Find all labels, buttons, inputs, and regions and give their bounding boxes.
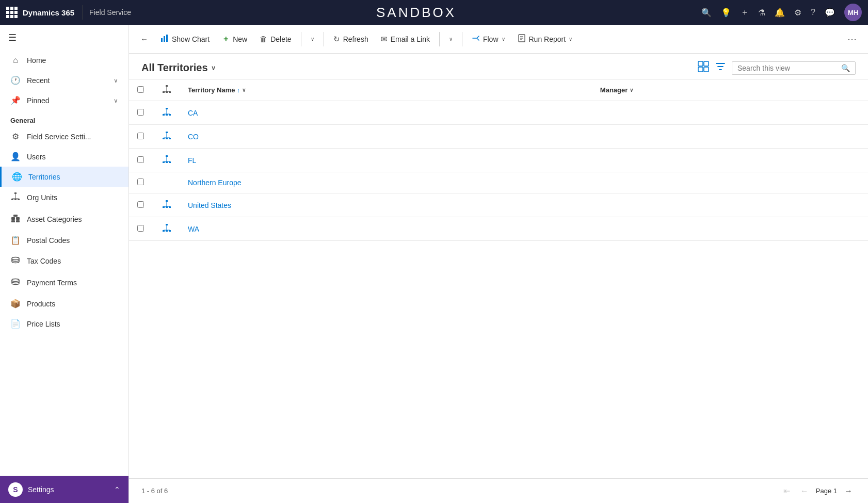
org-units-icon xyxy=(10,192,21,203)
email-link-button[interactable]: ✉ Email a Link xyxy=(376,31,435,47)
row-checkbox[interactable] xyxy=(137,156,144,163)
territory-name-link[interactable]: Northern Europe xyxy=(188,179,242,187)
sidebar-item-price-lists[interactable]: 📄 Price Lists xyxy=(0,314,128,334)
settings-icon[interactable]: ⚙ xyxy=(794,8,801,18)
row-icon-cell xyxy=(154,101,180,125)
sidebar-item-asset-categories[interactable]: Asset Categories xyxy=(0,208,128,230)
add-icon[interactable]: ＋ xyxy=(741,7,749,18)
col-territory-name[interactable]: Territory Name ↑ ∨ xyxy=(180,79,592,101)
refresh-button[interactable]: ↻ Refresh xyxy=(328,31,374,47)
table-row: WA xyxy=(129,217,868,241)
col-territory-chevron[interactable]: ∨ xyxy=(242,87,246,93)
user-avatar[interactable]: MH xyxy=(844,4,862,21)
territory-tree-icon xyxy=(162,157,171,166)
view-title-chevron: ∨ xyxy=(211,64,216,72)
row-territory-name: FL xyxy=(180,149,592,172)
more-options-button[interactable]: ⋯ xyxy=(842,30,862,48)
toolbar-divider-3 xyxy=(439,32,440,46)
back-icon: ← xyxy=(140,35,148,43)
territory-name-link[interactable]: CA xyxy=(188,109,198,117)
postal-codes-icon: 📋 xyxy=(10,235,21,245)
col-manager-chevron[interactable]: ∨ xyxy=(630,87,633,93)
sidebar-item-home[interactable]: ⌂ Home xyxy=(0,51,128,70)
flow-button[interactable]: Flow ∨ xyxy=(467,31,510,47)
sidebar-item-payment-terms[interactable]: Payment Terms xyxy=(0,272,128,294)
view-header-actions: 🔍 xyxy=(698,61,856,75)
icon-col-header xyxy=(154,79,180,101)
toolbar-divider-4 xyxy=(462,32,462,46)
expand-button-2[interactable]: ∨ xyxy=(444,33,458,45)
search-box[interactable]: 🔍 xyxy=(732,61,856,75)
flow-icon xyxy=(472,34,480,44)
territory-name-link[interactable]: WA xyxy=(188,225,199,233)
col-manager[interactable]: Manager ∨ xyxy=(592,79,868,101)
prev-page-button[interactable]: ← xyxy=(797,484,812,498)
view-title[interactable]: All Territories ∨ xyxy=(141,62,216,74)
new-button[interactable]: ＋ New xyxy=(217,31,252,47)
territory-name-link[interactable]: United States xyxy=(188,201,231,209)
row-icon-cell xyxy=(154,193,180,217)
refresh-label: Refresh xyxy=(343,35,368,43)
row-checkbox[interactable] xyxy=(137,225,144,232)
sidebar-item-field-service-settings[interactable]: ⚙ Field Service Setti... xyxy=(0,126,128,147)
search-input[interactable] xyxy=(737,64,837,72)
sidebar-section-general: General xyxy=(0,110,128,126)
sidebar-item-products[interactable]: 📦 Products xyxy=(0,294,128,314)
row-checkbox[interactable] xyxy=(137,201,144,208)
svg-rect-13 xyxy=(161,38,163,42)
select-all-header[interactable] xyxy=(129,79,154,101)
row-territory-name: CO xyxy=(180,125,592,149)
run-report-button[interactable]: Run Report ∨ xyxy=(512,31,578,47)
view-toggle-icon[interactable] xyxy=(698,61,709,75)
lightbulb-icon[interactable]: 💡 xyxy=(721,8,731,18)
first-page-button[interactable]: ⇤ xyxy=(780,484,793,498)
delete-button[interactable]: 🗑 Delete xyxy=(254,31,296,46)
show-chart-button[interactable]: Show Chart xyxy=(155,31,215,47)
table-row: United States xyxy=(129,193,868,217)
territory-name-link[interactable]: FL xyxy=(188,156,196,165)
sidebar-item-recent[interactable]: 🕐 Recent ∨ xyxy=(0,70,128,90)
expand-button[interactable]: ∨ xyxy=(306,33,319,45)
view-filter-icon[interactable] xyxy=(715,61,726,74)
svg-rect-9 xyxy=(16,220,20,222)
sidebar-item-fss-label: Field Service Setti... xyxy=(27,133,91,141)
delete-icon: 🗑 xyxy=(260,35,267,43)
chat-icon[interactable]: 💬 xyxy=(825,8,835,18)
territory-name-link[interactable]: CO xyxy=(188,133,199,141)
search-icon[interactable]: 🔍 xyxy=(701,8,712,18)
row-checkbox[interactable] xyxy=(137,179,144,185)
sidebar-hamburger[interactable]: ☰ xyxy=(0,25,128,51)
col-territory-name-label: Territory Name xyxy=(188,86,235,94)
search-box-icon[interactable]: 🔍 xyxy=(841,64,850,72)
sidebar-item-home-label: Home xyxy=(27,56,46,64)
app-grid-menu[interactable] xyxy=(6,7,18,18)
pinned-chevron: ∨ xyxy=(114,97,118,104)
brand-name: Dynamics 365 xyxy=(23,8,74,17)
users-icon: 👤 xyxy=(10,152,21,161)
flow-label: Flow xyxy=(483,35,499,43)
svg-rect-36 xyxy=(166,132,168,133)
back-button[interactable]: ← xyxy=(135,31,153,46)
row-checkbox[interactable] xyxy=(137,109,144,116)
payment-terms-icon xyxy=(10,277,21,288)
row-manager xyxy=(592,125,868,149)
row-manager xyxy=(592,172,868,193)
filter-icon[interactable]: ⚗ xyxy=(758,8,765,18)
sidebar-footer-settings[interactable]: S Settings ⌃ xyxy=(0,476,128,503)
sidebar-item-postal-codes[interactable]: 📋 Postal Codes xyxy=(0,230,128,250)
sidebar-item-users[interactable]: 👤 Users xyxy=(0,147,128,167)
table-row: CA xyxy=(129,101,868,125)
help-icon[interactable]: ? xyxy=(811,8,815,17)
row-icon-cell xyxy=(154,217,180,241)
territories-icon: 🌐 xyxy=(12,172,22,182)
bell-icon[interactable]: 🔔 xyxy=(775,8,785,18)
sidebar-item-tax-codes[interactable]: Tax Codes xyxy=(0,250,128,272)
row-checkbox[interactable] xyxy=(137,133,144,139)
next-page-button[interactable]: → xyxy=(841,484,856,498)
sidebar-item-territories[interactable]: 🌐 Territories xyxy=(0,167,128,187)
show-chart-label: Show Chart xyxy=(172,35,210,43)
pin-icon: 📌 xyxy=(10,95,21,105)
sidebar-item-pinned[interactable]: 📌 Pinned ∨ xyxy=(0,90,128,110)
sidebar-item-org-units[interactable]: Org Units xyxy=(0,187,128,208)
select-all-checkbox[interactable] xyxy=(137,86,144,93)
